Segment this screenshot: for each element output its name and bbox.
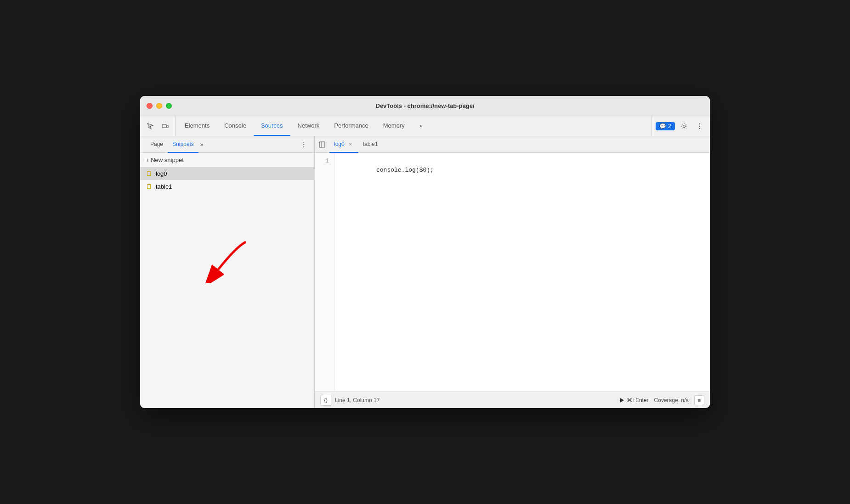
collapse-editor-button[interactable] xyxy=(317,139,328,150)
sidebar-options-button[interactable]: ⋮ xyxy=(298,139,309,150)
tab-elements[interactable]: Elements xyxy=(177,116,217,136)
tab-console[interactable]: Console xyxy=(217,116,254,136)
line-number-1: 1 xyxy=(320,157,329,166)
snippet-icon-table1: 🗒 xyxy=(146,183,152,190)
snippet-icon-log0: 🗒 xyxy=(146,170,152,177)
svg-rect-0 xyxy=(162,124,166,128)
svg-rect-7 xyxy=(319,142,325,147)
window-title: DevTools - chrome://new-tab-page/ xyxy=(375,102,474,109)
tab-memory[interactable]: Memory xyxy=(376,116,412,136)
status-right: ⌘+Enter Coverage: n/a ≡ xyxy=(620,395,704,405)
svg-point-3 xyxy=(699,123,700,124)
sidebar-tab-bar: Page Snippets » ⋮ xyxy=(140,136,314,153)
inspector-icon[interactable] xyxy=(144,120,157,133)
main-area: Page Snippets » ⋮ + New snippet 🗒 log0 🗒… xyxy=(140,136,710,408)
title-bar: DevTools - chrome://new-tab-page/ xyxy=(140,96,710,116)
run-icon xyxy=(620,398,624,403)
toolbar-right-actions: 💬 2 xyxy=(652,116,706,136)
svg-point-4 xyxy=(699,125,700,126)
run-button[interactable]: ⌘+Enter xyxy=(620,397,649,403)
toolbar-icons xyxy=(144,116,176,136)
snippet-list: 🗒 log0 🗒 table1 xyxy=(140,167,314,408)
sidebar-tab-snippets[interactable]: Snippets xyxy=(168,136,198,153)
line-numbers: 1 xyxy=(315,153,335,392)
editor-tab-bar: log0 × table1 xyxy=(315,136,710,153)
snippet-name-log0: log0 xyxy=(156,170,167,177)
editor-tab-log0-close[interactable]: × xyxy=(347,141,354,147)
maximize-button[interactable] xyxy=(166,103,172,109)
tab-sources[interactable]: Sources xyxy=(254,116,290,136)
tab-performance[interactable]: Performance xyxy=(327,116,375,136)
more-tabs-button[interactable]: » xyxy=(412,116,430,136)
snippet-item-table1[interactable]: 🗒 table1 xyxy=(140,180,314,193)
close-button[interactable] xyxy=(147,103,153,109)
sidebar: Page Snippets » ⋮ + New snippet 🗒 log0 🗒… xyxy=(140,136,315,408)
main-tabs: Elements Console Sources Network Perform… xyxy=(177,116,650,136)
code-editor[interactable]: 1 console.log($0); xyxy=(315,153,710,392)
notification-count: 2 xyxy=(668,123,671,129)
device-toggle-icon[interactable] xyxy=(159,120,171,133)
tab-network[interactable]: Network xyxy=(290,116,327,136)
main-toolbar: Elements Console Sources Network Perform… xyxy=(140,116,710,136)
more-options-icon[interactable] xyxy=(693,120,706,133)
svg-point-5 xyxy=(699,128,700,129)
notification-badge[interactable]: 💬 2 xyxy=(656,122,675,130)
code-line-1: console.log($0); xyxy=(376,167,434,174)
toc-button[interactable]: ≡ xyxy=(694,395,704,405)
editor-tab-log0[interactable]: log0 × xyxy=(329,136,358,153)
code-content[interactable]: console.log($0); xyxy=(335,153,710,392)
editor-tab-log0-label: log0 xyxy=(334,141,345,147)
coverage-status: Coverage: n/a xyxy=(654,397,689,403)
sidebar-more-tabs[interactable]: » xyxy=(200,141,204,148)
cursor-position: Line 1, Column 17 xyxy=(335,397,380,403)
editor-area: log0 × table1 1 console.log($0); { xyxy=(315,136,710,408)
status-left: {} Line 1, Column 17 xyxy=(320,395,380,406)
settings-icon[interactable] xyxy=(678,120,691,133)
svg-point-2 xyxy=(683,125,686,127)
sidebar-tab-page[interactable]: Page xyxy=(146,136,168,153)
snippet-name-table1: table1 xyxy=(156,183,172,190)
format-button[interactable]: {} xyxy=(320,395,331,406)
traffic-lights xyxy=(147,103,172,109)
status-bar: {} Line 1, Column 17 ⌘+Enter Coverage: n… xyxy=(315,392,710,408)
editor-tab-table1[interactable]: table1 xyxy=(358,136,383,153)
editor-tab-table1-label: table1 xyxy=(363,141,378,147)
svg-rect-1 xyxy=(167,125,168,128)
run-shortcut: ⌘+Enter xyxy=(627,397,649,403)
minimize-button[interactable] xyxy=(156,103,162,109)
snippet-item-log0[interactable]: 🗒 log0 xyxy=(140,167,314,180)
new-snippet-button[interactable]: + New snippet xyxy=(140,153,314,167)
notification-icon: 💬 xyxy=(659,123,666,129)
devtools-window: DevTools - chrome://new-tab-page/ Elemen… xyxy=(140,96,710,408)
